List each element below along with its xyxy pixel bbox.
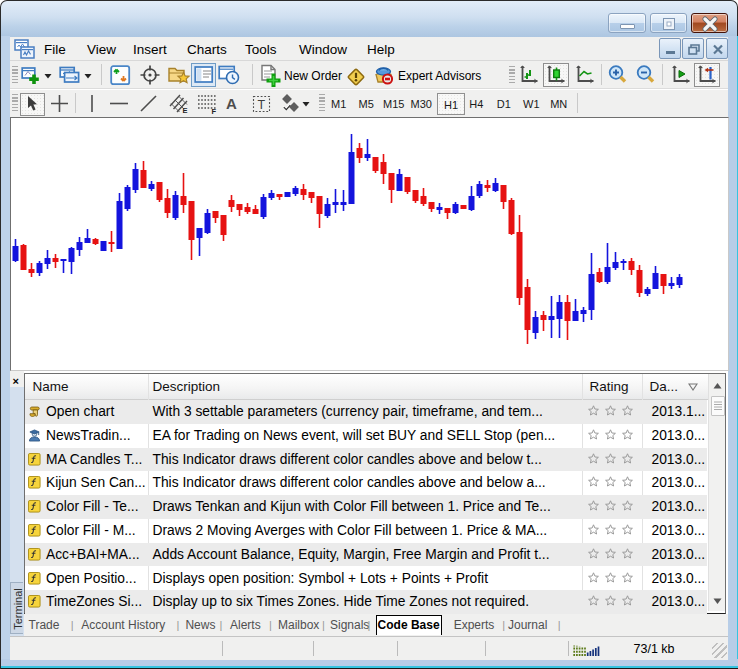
svg-text:T: T [257, 98, 265, 112]
svg-text:E: E [183, 106, 188, 114]
svg-text:F: F [212, 107, 217, 115]
